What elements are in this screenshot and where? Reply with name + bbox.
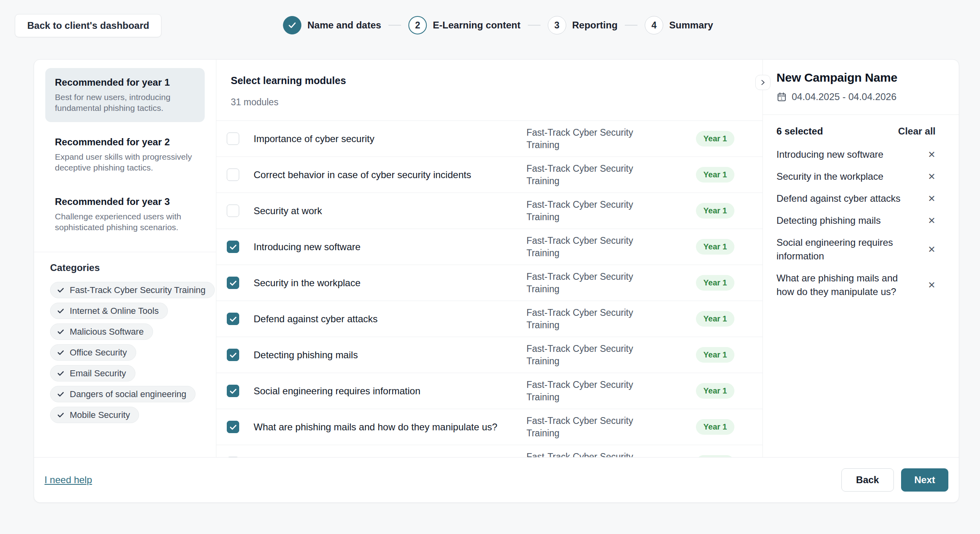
selected-header: 6 selected Clear all: [776, 126, 936, 137]
module-checkbox[interactable]: [227, 385, 239, 397]
module-checkbox[interactable]: [227, 169, 239, 181]
recommendation-year-2[interactable]: Recommended for year 2 Expand user skill…: [45, 128, 205, 182]
chip-label: Dangers of social engineering: [70, 389, 186, 399]
panel-divider: [763, 114, 959, 115]
step-name-and-dates[interactable]: Name and dates: [283, 16, 381, 34]
selected-module-item: Detecting phishing mails ✕: [776, 214, 936, 227]
category-chip-fast-track[interactable]: Fast-Track Cyber Security Training: [50, 282, 215, 298]
recommendation-description: Challenge experienced users with sophist…: [55, 211, 195, 233]
module-row: Security in the workplace Fast-Track Cyb…: [216, 265, 762, 301]
recommendation-year-3[interactable]: Recommended for year 3 Challenge experie…: [45, 187, 205, 241]
remove-icon[interactable]: ✕: [928, 148, 936, 161]
remove-icon[interactable]: ✕: [928, 271, 936, 299]
module-checkbox[interactable]: [227, 205, 239, 217]
help-link[interactable]: I need help: [44, 474, 92, 486]
module-checkbox[interactable]: [227, 241, 239, 253]
check-icon: [57, 286, 65, 294]
category-chip-social-engineering[interactable]: Dangers of social engineering: [50, 386, 196, 402]
module-title: Security at work: [254, 205, 512, 217]
step-summary[interactable]: 4 Summary: [645, 16, 713, 34]
step-reporting[interactable]: 3 Reporting: [548, 16, 617, 34]
check-icon: [229, 351, 237, 359]
modules-title: Select learning modules: [231, 75, 748, 86]
year-badge: Year 1: [696, 311, 735, 327]
module-title: What are phishing mails and how do they …: [254, 422, 512, 433]
back-button[interactable]: Back: [841, 468, 894, 492]
year-badge: Year 1: [696, 239, 735, 255]
step-2-label: E-Learning content: [433, 20, 520, 31]
module-category: Fast-Track Cyber Security Training: [526, 163, 655, 187]
module-checkbox[interactable]: [227, 132, 239, 145]
selected-module-item: What are phishing mails and how do they …: [776, 271, 936, 299]
chip-label: Internet & Online Tools: [70, 306, 159, 316]
selected-module-item: Security in the workplace ✕: [776, 170, 936, 183]
module-title: Correct behavior in case of cyber securi…: [254, 169, 512, 181]
check-icon: [229, 315, 237, 323]
categories-title: Categories: [50, 262, 205, 273]
footer-actions: Back Next: [841, 468, 948, 492]
module-category: Fast-Track Cyber Security Training: [526, 307, 655, 331]
module-title: Introducing new software: [254, 241, 512, 253]
category-chip-email-security[interactable]: Email Security: [50, 365, 135, 381]
year-badge: Year 1: [696, 347, 735, 363]
category-chip-internet-online-tools[interactable]: Internet & Online Tools: [50, 303, 168, 319]
category-chip-office-security[interactable]: Office Security: [50, 344, 136, 361]
module-row: Importance of cyber security Fast-Track …: [216, 121, 762, 157]
recommendation-year-1[interactable]: Recommended for year 1 Best for new user…: [45, 68, 205, 122]
category-chips: Fast-Track Cyber Security Training Inter…: [50, 282, 205, 423]
step-1-circle: [283, 16, 301, 34]
recommendation-title: Recommended for year 1: [55, 77, 195, 88]
module-checkbox[interactable]: [227, 349, 239, 361]
check-icon: [57, 369, 65, 377]
check-icon: [229, 423, 237, 431]
module-row: Security at work Fast-Track Cyber Securi…: [216, 193, 762, 229]
step-3-circle: 3: [548, 16, 566, 34]
category-chip-malicious-software[interactable]: Malicious Software: [50, 323, 153, 340]
year-badge: Year 1: [696, 203, 735, 219]
chip-label: Mobile Security: [70, 410, 130, 420]
module-category: Fast-Track Cyber Security Training: [526, 415, 655, 440]
card-footer: I need help Back Next: [34, 457, 959, 502]
check-icon: [57, 411, 65, 419]
step-elearning-content[interactable]: 2 E-Learning content: [408, 16, 520, 34]
back-to-dashboard-button[interactable]: Back to client's dashboard: [15, 14, 161, 37]
top-bar: Back to client's dashboard Name and date…: [0, 0, 980, 59]
recommendation-description: Expand user skills with progressively de…: [55, 151, 195, 173]
selected-module-label: Introducing new software: [776, 148, 883, 161]
svg-text:1: 1: [780, 96, 782, 100]
remove-icon[interactable]: ✕: [928, 236, 936, 263]
selected-count: 6 selected: [776, 126, 823, 137]
remove-icon[interactable]: ✕: [928, 214, 936, 227]
step-connector: [528, 25, 540, 26]
chip-label: Office Security: [70, 347, 127, 358]
year-badge: Year 1: [696, 275, 735, 291]
module-category: Fast-Track Cyber Security Training: [526, 199, 655, 223]
category-chip-mobile-security[interactable]: Mobile Security: [50, 407, 139, 423]
remove-icon[interactable]: ✕: [928, 170, 936, 183]
module-row: Correct behavior in case of cyber securi…: [216, 157, 762, 193]
campaign-summary-panel: New Campaign Name 1 04.04.2025 - 04.04.2…: [763, 60, 959, 457]
module-row: Introducing new software Fast-Track Cybe…: [216, 229, 762, 265]
year-badge: Year 1: [696, 131, 735, 147]
step-3-label: Reporting: [572, 20, 617, 31]
recommendation-title: Recommended for year 2: [55, 137, 195, 148]
module-title: Social engineering requires information: [254, 385, 512, 397]
check-icon: [229, 279, 237, 287]
selected-modules-list: Introducing new software ✕ Security in t…: [776, 148, 936, 299]
module-checkbox[interactable]: [227, 421, 239, 433]
chevron-right-icon: [760, 79, 766, 86]
check-icon: [57, 328, 65, 335]
module-checkbox[interactable]: [227, 313, 239, 325]
module-row: Detecting phishing mails Fast-Track Cybe…: [216, 337, 762, 373]
clear-all-button[interactable]: Clear all: [898, 126, 936, 137]
check-icon: [57, 349, 65, 356]
remove-icon[interactable]: ✕: [928, 192, 936, 205]
campaign-date-range-row: 1 04.04.2025 - 04.04.2026: [776, 91, 936, 102]
collapse-panel-button[interactable]: [755, 75, 770, 90]
year-badge: Year 1: [696, 419, 735, 435]
module-row: Social engineering requires information …: [216, 373, 762, 409]
module-checkbox[interactable]: [227, 277, 239, 289]
next-button[interactable]: Next: [901, 468, 948, 492]
check-icon: [229, 387, 237, 395]
check-icon: [57, 390, 65, 398]
